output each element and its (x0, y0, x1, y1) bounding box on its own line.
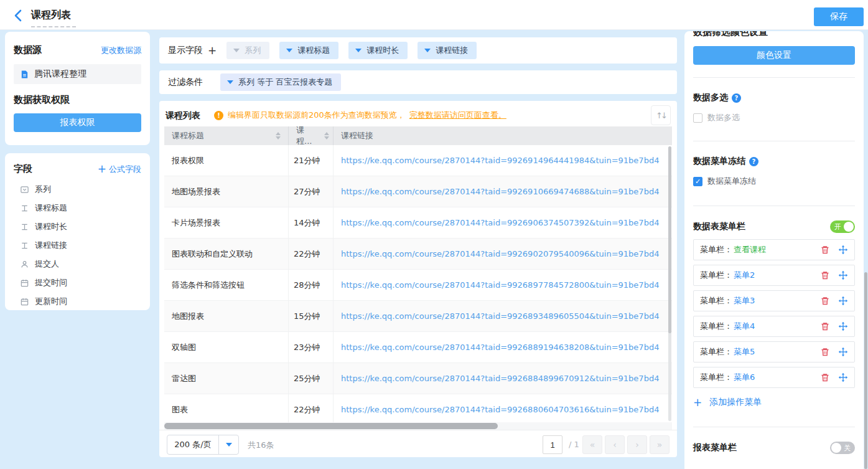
move-icon[interactable] (838, 372, 848, 382)
menu-item-name[interactable]: 查看课程 (734, 244, 766, 255)
column-header-duration[interactable]: 课程... (289, 126, 334, 145)
multi-select-title: 数据多选 (693, 92, 728, 103)
sort-order-button[interactable]: ↑↓ (651, 105, 671, 125)
page-number-input[interactable] (543, 435, 562, 454)
table-menu-toggle[interactable]: 开 (830, 220, 855, 233)
move-icon[interactable] (838, 245, 848, 255)
checkbox-unchecked-icon[interactable] (693, 113, 702, 123)
trash-icon[interactable] (820, 321, 830, 331)
field-item[interactable]: 课程链接 (14, 236, 141, 255)
add-display-field-button[interactable]: + (208, 45, 217, 56)
datasource-item[interactable]: 腾讯课程整理 (14, 64, 141, 84)
trash-icon[interactable] (820, 372, 830, 382)
sort-carets-icon[interactable] (324, 132, 329, 140)
menu-item-name[interactable]: 菜单5 (734, 346, 755, 358)
freeze-checkbox-row[interactable]: ✓ 数据菜单冻结 (693, 176, 855, 187)
course-link[interactable]: https://ke.qq.com/course/2870144?taid=99… (341, 405, 659, 414)
menu-item-prefix: 菜单栏： (700, 321, 732, 332)
move-icon[interactable] (838, 270, 848, 280)
report-permission-button[interactable]: 报表权限 (14, 113, 141, 132)
course-link[interactable]: https://ke.qq.com/course/2870144?taid=99… (341, 311, 659, 321)
course-link[interactable]: https://ke.qq.com/course/2870144?taid=99… (341, 249, 659, 258)
course-link[interactable]: https://ke.qq.com/course/2870144?taid=99… (341, 280, 659, 290)
course-title-cell: 双轴图 (164, 332, 289, 362)
course-link[interactable]: https://ke.qq.com/course/2870144?taid=99… (341, 343, 659, 352)
field-item[interactable]: 课程时长 (14, 217, 141, 236)
save-button[interactable]: 保存 (814, 7, 864, 26)
back-icon[interactable] (11, 8, 26, 23)
multi-select-checkbox-row[interactable]: 数据多选 (693, 112, 855, 123)
field-item[interactable]: 提交人 (14, 255, 141, 273)
table-row[interactable]: 图表联动和自定义联动22分钟https://ke.qq.com/course/2… (164, 239, 672, 270)
filter-condition-tag[interactable]: 系列 等于 百宝云报表专题 (220, 73, 341, 91)
menu-item-name[interactable]: 菜单3 (734, 295, 755, 306)
table-row[interactable]: 地图报表15分钟https://ke.qq.com/course/2870144… (164, 301, 672, 332)
formula-field-link[interactable]: +公式字段 (98, 164, 141, 175)
menu-item-name[interactable]: 菜单2 (734, 270, 755, 281)
course-link[interactable]: https://ke.qq.com/course/2870144?taid=99… (341, 156, 659, 165)
trash-icon[interactable] (820, 245, 830, 255)
toggle-off-label: 关 (844, 443, 851, 453)
menu-bar-item[interactable]: 菜单栏：菜单5 (693, 341, 855, 362)
report-menu-toggle[interactable]: 关 (830, 442, 855, 454)
freeze-title: 数据菜单冻结 (693, 156, 745, 167)
sort-carets-icon[interactable] (276, 132, 281, 140)
field-item[interactable]: 系列 (14, 180, 141, 199)
add-menu-link[interactable]: +添加操作菜单 (693, 397, 855, 408)
course-link[interactable]: https://ke.qq.com/course/2870144?taid=99… (341, 187, 659, 196)
next-page-button[interactable]: › (627, 435, 647, 454)
checkbox-checked-icon[interactable]: ✓ (693, 177, 702, 186)
window-scrollbar-thumb[interactable] (864, 272, 867, 469)
table-row[interactable]: 报表权限21分钟https://ke.qq.com/course/2870144… (164, 145, 672, 176)
table-row[interactable]: 双轴图23分钟https://ke.qq.com/course/2870144?… (164, 332, 672, 363)
select-field-icon (20, 185, 29, 194)
table-row[interactable]: 图表22分钟https://ke.qq.com/course/2870144?t… (164, 394, 672, 422)
column-header-title[interactable]: 课程标题 (164, 126, 289, 145)
course-link[interactable]: https://ke.qq.com/course/2870144?taid=99… (341, 218, 659, 227)
table-row[interactable]: 雷达图25分钟https://ke.qq.com/course/2870144?… (164, 363, 672, 394)
prev-page-button[interactable]: ‹ (605, 435, 625, 454)
help-icon[interactable]: ? (732, 93, 741, 103)
document-icon (20, 70, 29, 79)
display-field-tag[interactable]: 课程链接 (418, 42, 477, 59)
trash-icon[interactable] (820, 296, 830, 306)
move-icon[interactable] (838, 296, 848, 306)
last-page-button[interactable]: » (650, 435, 670, 454)
menu-bar-item[interactable]: 菜单栏：菜单2 (693, 265, 855, 286)
menu-bar-item[interactable]: 菜单栏：查看课程 (693, 239, 855, 260)
table-footer: 200 条/页 共16条 / 1 « ‹ › » (159, 430, 677, 457)
table-row[interactable]: 筛选条件和筛选按钮28分钟https://ke.qq.com/course/28… (164, 270, 672, 301)
toggle-knob (831, 443, 841, 453)
first-page-button[interactable]: « (582, 435, 602, 454)
course-link[interactable]: https://ke.qq.com/course/2870144?taid=99… (341, 374, 659, 383)
table-horizontal-scrollbar (164, 422, 672, 430)
field-item-label: 更新时间 (35, 296, 67, 307)
menu-bar-item[interactable]: 菜单栏：菜单4 (693, 316, 855, 337)
display-field-tag[interactable]: 课程时长 (348, 42, 408, 59)
change-datasource-link[interactable]: 更改数据源 (101, 45, 141, 56)
table-row[interactable]: 卡片场景报表14分钟https://ke.qq.com/course/28701… (164, 207, 672, 239)
help-icon[interactable]: ? (749, 157, 758, 166)
trash-icon[interactable] (820, 347, 830, 357)
trash-icon[interactable] (820, 270, 830, 280)
display-field-tag[interactable]: 课程标题 (279, 42, 338, 59)
course-duration-cell: 14分钟 (289, 207, 334, 238)
table-row[interactable]: 地图场景报表27分钟https://ke.qq.com/course/28701… (164, 176, 672, 207)
move-icon[interactable] (838, 321, 848, 331)
move-icon[interactable] (838, 347, 848, 357)
field-item[interactable]: 更新时间 (14, 292, 141, 311)
table-vertical-scrollbar[interactable] (668, 146, 671, 421)
datasource-panel: 数据源 更改数据源 腾讯课程整理 数据获取权限 报表权限 (5, 32, 150, 145)
field-item[interactable]: 课程标题 (14, 199, 141, 217)
page-size-dropdown[interactable] (218, 435, 238, 454)
display-field-tag[interactable]: 系列 (226, 42, 269, 59)
menu-bar-item[interactable]: 菜单栏：菜单3 (693, 290, 855, 311)
menu-bar-item[interactable]: 菜单栏：菜单6 (693, 367, 855, 388)
page-size-select[interactable]: 200 条/页 (167, 435, 239, 455)
warning-link[interactable]: 完整数据请访问页面查看。 (409, 110, 506, 121)
horizontal-scrollbar-thumb[interactable] (164, 423, 498, 429)
menu-item-name[interactable]: 菜单4 (734, 321, 755, 332)
color-settings-button[interactable]: 颜色设置 (693, 46, 855, 65)
field-item[interactable]: 提交时间 (14, 273, 141, 292)
menu-item-name[interactable]: 菜单6 (734, 372, 755, 383)
